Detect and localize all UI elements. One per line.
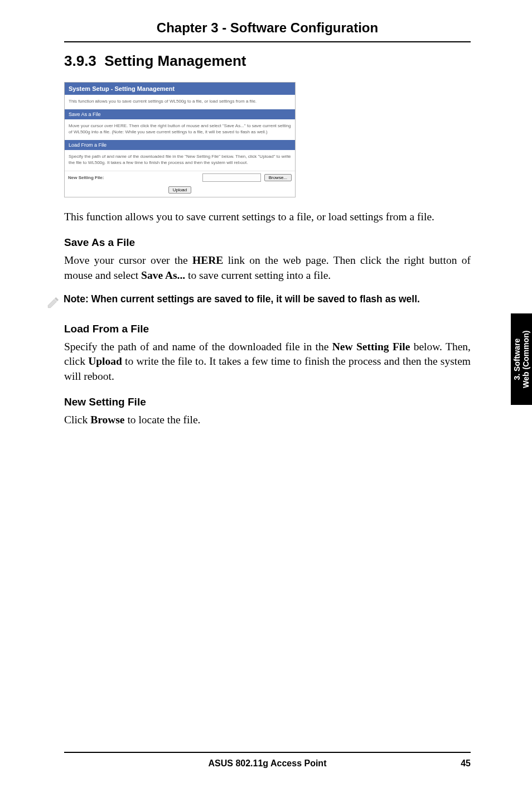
side-tab-line1: 3. Software [512,339,521,380]
page-footer: ASUS 802.11g Access Point 45 [64,752,471,769]
text: to locate the file. [125,414,201,426]
section-number: 3.9.3 [64,52,96,69]
note-block: Note: When current settings are saved to… [46,293,471,312]
screenshot-browse-button[interactable]: Browse... [264,174,292,181]
note-text: Note: When current settings are saved to… [64,293,420,306]
screenshot-load-header: Load From a File [65,140,295,150]
new-setting-file-text: New Setting File [332,341,410,352]
footer-product: ASUS 802.11g Access Point [92,758,443,769]
save-as-paragraph: Move your cursor over the HERE link on t… [64,253,471,283]
screenshot-save-desc: Move your cursor over HERE. Then click t… [65,119,295,140]
note-pencil-icon [46,293,62,312]
new-setting-file-heading: New Setting File [64,396,471,408]
intro-paragraph: This function allows you to save current… [64,210,471,224]
text: to save current setting into a file. [185,269,331,281]
new-setting-file-paragraph: Click Browse to locate the file. [64,413,471,427]
load-from-paragraph: Specify the path of and name of the down… [64,340,471,384]
browse-text: Browse [90,414,124,426]
section-heading: 3.9.3 Setting Management [64,52,471,70]
save-as-heading: Save As a File [64,236,471,249]
screenshot-load-desc: Specify the path of and name of the down… [65,150,295,171]
screenshot-file-row: New Setting File: Browse... [65,171,295,184]
screenshot-row-label: New Setting File: [68,175,199,180]
screenshot-file-input[interactable] [202,173,261,182]
save-as-text: Save As... [141,269,185,281]
screenshot-upload-button[interactable]: Upload [168,186,191,194]
screenshot-intro: This function allows you to save current… [65,95,295,109]
text: Move your cursor over the [64,254,192,266]
embedded-screenshot: System Setup - Setting Management This f… [64,82,296,197]
upload-text: Upload [88,355,122,367]
text: Click [64,414,90,426]
load-from-heading: Load From a File [64,323,471,335]
here-link-text: HERE [192,254,223,266]
text: Specify the path of and name of the down… [64,341,332,352]
footer-page-number: 45 [443,758,471,769]
chapter-title: Chapter 3 - Software Configuration [64,20,471,42]
screenshot-title: System Setup - Setting Management [65,83,295,95]
side-tab: 3. Software Web (Common) [511,313,532,405]
screenshot-save-header: Save As a File [65,109,295,119]
text: to write the file to. It takes a few tim… [64,355,471,381]
side-tab-line2: Web (Common) [521,330,530,388]
section-title: Setting Management [104,52,246,69]
